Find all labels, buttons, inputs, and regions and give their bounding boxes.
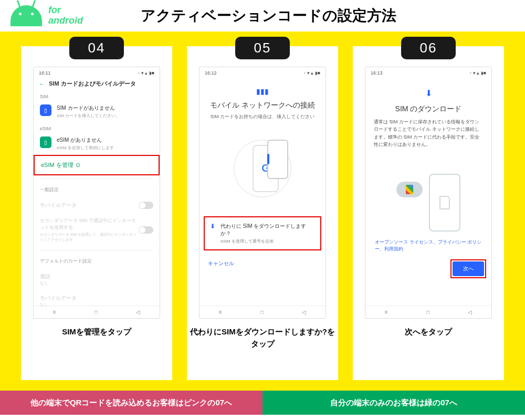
no-esim-sub: eSIM を追加して有効にします (57, 145, 153, 151)
back-nav-icon[interactable]: ◁ (136, 309, 140, 315)
main-content: 04 16:11 ◦ ▾ ▴ ◗■ ← SIM カードおよびモバイルデータ SI… (0, 32, 525, 391)
toggle-icon (139, 202, 153, 209)
step-04: 04 16:11 ◦ ▾ ▴ ◗■ ← SIM カードおよびモバイルデータ SI… (21, 46, 172, 380)
manage-esim-highlighted[interactable]: eSIM を管理 ⊙ (34, 155, 160, 175)
phone-icon (429, 174, 460, 232)
screen-header: ← SIM カードおよびモバイルデータ (34, 77, 160, 91)
chevron-icon: ⊙ (76, 162, 80, 169)
license-links[interactable]: オープンソース ライセンス、プライバシー ポリシー、利用規約 (374, 237, 483, 255)
illustration (374, 158, 483, 232)
dl-sub: eSIM を使用して番号を追加 (220, 238, 315, 244)
call-row: 通話なし (34, 269, 160, 290)
status-bar: 16:12 ◦ ▾ ▴ ◗■ (200, 67, 326, 77)
footer-green-note: 自分の端末のみのお客様は緑の07へ (262, 391, 525, 415)
download-sim-highlighted[interactable]: ⬇ 代わりに SIM をダウンロードしますか？ eSIM を使用して番号を追加 (204, 216, 321, 250)
step-05: 05 16:12 ◦ ▾ ▴ ◗■ ▮▮▮ モバイル ネットワークへの接続 SI… (187, 46, 338, 380)
android-icon (10, 5, 42, 26)
connect-title: モバイル ネットワークへの接続 (208, 101, 317, 110)
section-sim: SIM (34, 91, 160, 100)
nav-bar: ≡ □ ◁ (200, 306, 326, 318)
page-title: アクティベーションコードの設定方法 (141, 6, 396, 26)
home-icon[interactable]: □ (94, 309, 98, 315)
sim-row[interactable]: ▯ SIM カードがありません SIM カードを挿入してください。 (34, 100, 160, 123)
download-icon: ⬇ (210, 223, 215, 230)
esim-icon: ▯ (40, 136, 51, 148)
step-number: 06 (401, 37, 456, 59)
phone-screenshot-05: 16:12 ◦ ▾ ▴ ◗■ ▮▮▮ モバイル ネットワークへの接続 SIM カ… (199, 67, 326, 319)
connect-sub: SIM カードをお持ちの場合は、挿入してください (208, 113, 317, 121)
status-icons: ◦ ▾ ▴ ◗■ (304, 70, 320, 76)
menu-icon[interactable]: ≡ (53, 309, 56, 315)
menu-icon[interactable]: ≡ (385, 309, 388, 315)
phone-screenshot-04: 16:11 ◦ ▾ ▴ ◗■ ← SIM カードおよびモバイルデータ SIM ▯… (33, 67, 160, 319)
back-nav-icon[interactable]: ◁ (468, 309, 472, 315)
footer-pink-note: 他の端末でQRコードを読み込めるお客様はピンクの07へ (0, 391, 262, 415)
status-bar: 16:11 ◦ ▾ ▴ ◗■ (34, 67, 160, 77)
manage-esim-label: eSIM を管理 (41, 161, 74, 169)
esim-row[interactable]: ▯ eSIM がありません eSIM を追加して有効にします (34, 132, 160, 155)
screen-title: SIM カードおよびモバイルデータ (49, 80, 136, 88)
back-icon[interactable]: ← (39, 81, 45, 87)
step-number: 04 (69, 37, 124, 59)
illustration: G (208, 129, 317, 208)
no-sim-sub: SIM カードを挿入してください。 (57, 113, 153, 119)
mobile-data-row: モバイルデータ (34, 197, 160, 213)
sim-icon (439, 196, 450, 209)
signal-icon: ▮▮▮ (208, 87, 317, 96)
secondary-sim-row: セカンダリデータ SIM で通話中にインターネットを使用する セカンダリデータ … (34, 213, 160, 247)
sim-card-icon: ▯ (40, 104, 51, 116)
time: 16:12 (205, 70, 217, 76)
step-06: 06 16:13 ◦ ▾ ▴ ◗■ ⬇ SIM のダウンロード 通常は SIM … (353, 46, 504, 380)
step-caption: 代わりにSIMをダウンロードしますか?をタップ (187, 326, 338, 350)
time: 16:11 (39, 70, 51, 76)
phone-screenshot-06: 16:13 ◦ ▾ ▴ ◗■ ⬇ SIM のダウンロード 通常は SIM カード… (365, 67, 492, 319)
status-icons: ◦ ▾ ▴ ◗■ (138, 70, 154, 76)
back-nav-icon[interactable]: ◁ (302, 309, 306, 315)
section-esim: eSIM (34, 123, 160, 132)
time: 16:13 (371, 70, 383, 76)
toggle-icon (139, 226, 153, 234)
phone-icon (267, 140, 288, 179)
download-icon: ⬇ (374, 88, 483, 98)
next-button[interactable]: 次へ (453, 261, 484, 276)
step-caption: SIMを管理をタップ (62, 326, 131, 338)
default-cards: デフォルトのカード設定 (34, 254, 160, 269)
step-caption: 次へをタップ (405, 326, 452, 338)
step-number: 05 (235, 37, 290, 59)
footer: 他の端末でQRコードを読み込めるお客様はピンクの07へ 自分の端末のみのお客様は… (0, 391, 525, 415)
nav-bar: ≡ □ ◁ (365, 306, 491, 318)
sim-dl-desc: 通常は SIM カードに保存されている情報をダウンロードすることでモバイル ネッ… (374, 118, 483, 149)
sim-dl-title: SIM のダウンロード (374, 104, 483, 114)
cloud-icon (396, 182, 423, 197)
header: for android アクティベーションコードの設定方法 (0, 0, 525, 32)
for-android-label: for android (48, 5, 83, 26)
android-logo: for android (10, 5, 83, 26)
cancel-button[interactable]: キャンセル (200, 253, 326, 275)
general-section: 一般設定 (34, 182, 160, 197)
home-icon[interactable]: □ (260, 309, 264, 315)
menu-icon[interactable]: ≡ (219, 309, 222, 315)
status-bar: 16:13 ◦ ▾ ▴ ◗■ (365, 67, 491, 77)
next-button-highlighted[interactable]: 次へ (450, 259, 486, 278)
nav-bar: ≡ □ ◁ (34, 306, 160, 318)
home-icon[interactable]: □ (426, 309, 429, 315)
dl-title: 代わりに SIM をダウンロードしますか？ (220, 223, 315, 237)
status-icons: ◦ ▾ ▴ ◗■ (470, 70, 486, 76)
no-sim-title: SIM カードがありません (57, 104, 153, 112)
no-esim-title: eSIM がありません (57, 136, 153, 144)
